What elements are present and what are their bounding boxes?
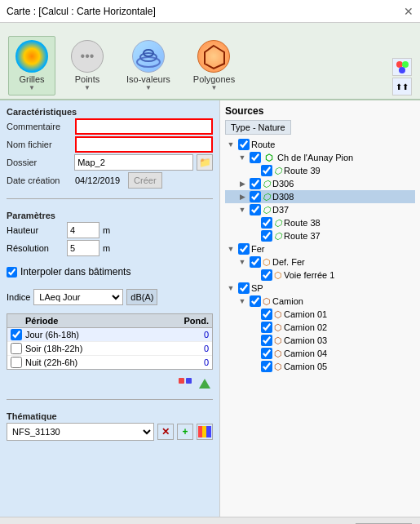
commentaire-row: Commentaire [7,118,213,135]
hauteur-input[interactable] [67,222,99,238]
arrow-d306[interactable]: ▶ [237,180,248,188]
dossier-input[interactable] [74,154,193,171]
nom-fichier-input[interactable] [75,136,213,153]
tree-route-root[interactable]: ▼ Route [225,138,415,151]
toolbar-iso[interactable]: Iso-valeurs ▼ [119,36,178,95]
tree-d306[interactable]: ▶ ⬡ D306 [225,177,415,190]
check-sp[interactable] [238,282,250,294]
tree-camion01[interactable]: ⬡ Camion 01 [225,308,415,321]
check-fer[interactable] [238,243,250,255]
thematic-select[interactable]: NFS_31130 [7,423,154,441]
svg-marker-9 [199,379,210,389]
thematic-add-btn[interactable]: + [177,424,193,440]
road-icon-d308: ⬡ [263,192,271,202]
arrow-d308[interactable]: ▶ [237,193,248,201]
toolbar-polygones[interactable]: Polygones ▼ [186,36,242,95]
row-check-nuit[interactable] [11,357,22,368]
indice-select[interactable]: LAeq Jour [33,289,123,305]
check-camion02[interactable] [261,322,272,333]
label-camion05: Camion 05 [284,362,327,371]
check-camion01[interactable] [261,309,272,320]
close-icon[interactable]: ✕ [404,5,413,18]
toolbar-points[interactable]: ••• Points ▼ [64,36,111,95]
row-val-soir: 0 [180,344,209,353]
table-icon-btn-1[interactable] [177,376,193,391]
color-btn[interactable] [392,58,412,76]
commentaire-input[interactable] [75,118,213,135]
tree-camion05[interactable]: ⬡ Camion 05 [225,360,415,373]
svg-point-5 [402,61,409,68]
sources-tree: ▼ Route ▼ ⬡ Ch de l'Aunay Pion ⬡ Route 3 [225,138,415,373]
check-route38[interactable] [261,217,272,229]
check-d308[interactable] [250,191,261,202]
creer-button[interactable]: Créer [128,172,162,189]
arrow-def-fer[interactable]: ▼ [237,258,248,266]
thematic-delete-btn[interactable]: ✕ [157,424,174,440]
svg-point-6 [399,67,405,73]
tree-route38[interactable]: ⬡ Route 38 [225,216,415,229]
arrow-camion[interactable]: ▼ [237,297,248,305]
table-icon-btn-2[interactable] [197,376,213,391]
add-icon: + [182,426,188,437]
check-route37[interactable] [261,230,272,242]
interpoler-checkbox[interactable] [7,267,17,278]
label-fer: Fer [251,244,265,254]
label-camion04: Camion 04 [284,349,327,358]
resolution-input[interactable] [67,240,99,256]
check-d306[interactable] [250,178,261,189]
tree-camion03[interactable]: ⬡ Camion 03 [225,334,415,347]
svg-rect-8 [186,378,192,384]
tree-route39[interactable]: ⬡ Route 39 [225,164,415,177]
check-voie[interactable] [261,269,272,281]
check-aunay[interactable] [250,152,261,163]
main-content: Caractéristiques Commentaire Nom fichier… [0,100,420,517]
collapse-btn[interactable]: ⬆⬆ [392,78,412,95]
label-d308: D308 [272,192,294,202]
arrow-aunay[interactable]: ▼ [237,153,248,162]
thematic-color-btn[interactable] [197,424,213,440]
truck-icon-03: ⬡ [274,335,282,346]
road-icon-route38: ⬡ [274,218,282,229]
thematic-row: NFS_31130 ✕ + [7,423,213,441]
truck-icon-04: ⬡ [274,349,282,359]
tree-route37[interactable]: ⬡ Route 37 [225,229,415,242]
iso-label: Iso-valeurs [126,74,170,84]
check-camion04[interactable] [261,348,272,359]
tree-camion[interactable]: ▼ ⬡ Camion [225,295,415,308]
tree-d308[interactable]: ▶ ⬡ D308 [225,190,415,203]
tree-fer-root[interactable]: ▼ Fer [225,242,415,255]
polygones-label: Polygones [193,74,235,84]
truck-icon-02: ⬡ [274,322,282,333]
tree-voie-ferree[interactable]: ⬡ Voie ferrée 1 [225,269,415,282]
tree-sp-root[interactable]: ▼ SP [225,282,415,295]
check-route[interactable] [238,139,250,150]
arrow-fer[interactable]: ▼ [225,245,237,253]
nom-fichier-label: Nom fichier [7,140,72,149]
check-def-fer[interactable] [250,256,261,268]
row-check-jour[interactable] [11,329,22,340]
check-camion05[interactable] [261,361,272,372]
tree-def-fer[interactable]: ▼ ⬡ Def. Fer [225,255,415,269]
tree-d37[interactable]: ▼ ⬡ D37 [225,203,415,216]
folder-btn[interactable]: 📁 [197,154,213,171]
toolbar-grilles[interactable]: Grilles ▼ [8,36,55,95]
row-check-soir[interactable] [11,343,22,354]
road-icon-d306: ⬡ [263,179,271,189]
check-d37[interactable] [250,204,261,215]
table-row: Jour (6h-18h) 0 [7,328,212,342]
tree-camion04[interactable]: ⬡ Camion 04 [225,347,415,360]
row-label-nuit: Nuit (22h-6h) [25,357,180,367]
tree-aunay[interactable]: ▼ ⬡ Ch de l'Aunay Pion [225,151,415,164]
rail-icon-voie: ⬡ [274,270,282,281]
tree-camion02[interactable]: ⬡ Camion 02 [225,321,415,334]
road-icon-route39: ⬡ [274,166,282,176]
grilles-label: Grilles [19,74,44,84]
arrow-sp[interactable]: ▼ [225,284,237,292]
arrow-d37[interactable]: ▼ [237,206,248,214]
hauteur-row: Hauteur m [7,222,213,238]
check-route39[interactable] [261,165,272,176]
arrow-route[interactable]: ▼ [225,140,237,149]
check-camion[interactable] [250,295,261,307]
label-camion03: Camion 03 [284,335,327,345]
check-camion03[interactable] [261,335,272,346]
